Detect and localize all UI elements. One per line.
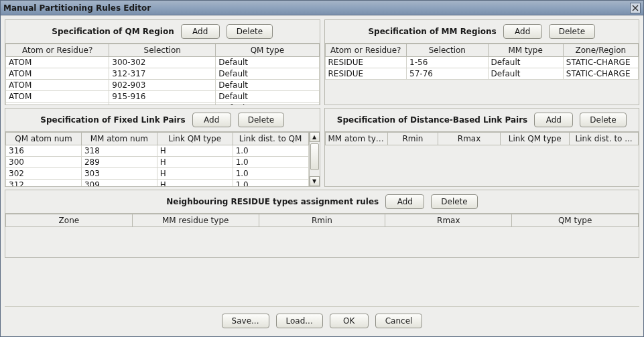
table-row[interactable]: ATOM915-916Default [6,91,320,103]
column-header[interactable]: MM atom type [325,133,388,145]
table-cell[interactable]: ATOM [6,68,109,80]
table-cell[interactable]: 303 [81,168,157,180]
qm-region-add-button[interactable]: Add [181,24,220,39]
table-cell[interactable]: 915-916 [109,91,216,103]
column-header[interactable]: Rmax [438,133,501,145]
table-row[interactable]: 302303H1.0 [6,168,309,180]
table-row[interactable]: 312309H1.0 [6,180,309,187]
column-header[interactable]: Atom or Residue? [6,44,109,57]
table-cell[interactable]: ATOM [6,91,109,103]
table-cell[interactable]: H [157,157,233,168]
table-cell[interactable]: STATIC-CHARGE [563,68,638,80]
table-cell[interactable]: 300-302 [109,57,216,68]
table-cell[interactable]: STATIC-CHARGE [563,57,638,68]
column-header[interactable]: QM type [216,44,319,57]
table-cell[interactable]: 57 [109,103,216,105]
scroll-down-icon[interactable]: ▼ [310,176,320,186]
table-row[interactable]: ATOM902-903Default [6,80,320,91]
table-cell[interactable]: Default [216,91,319,103]
column-header[interactable]: Selection [407,44,489,57]
table-cell[interactable]: H [157,168,233,180]
table-cell[interactable]: Default [216,57,319,68]
scroll-up-icon[interactable]: ▲ [310,132,320,142]
qm-region-delete-button[interactable]: Delete [227,24,273,39]
dist-links-add-button[interactable]: Add [534,113,573,127]
table-row[interactable]: ATOM312-317Default [6,68,320,80]
table-row[interactable]: 300289H1.0 [6,157,309,168]
column-header[interactable]: Link dist. to QM [233,133,308,145]
table-cell[interactable]: 1.0 [233,168,308,180]
column-header[interactable]: Link QM type [501,133,570,145]
panel-fixed-links: Specification of Fixed Link Pairs Add De… [5,108,320,187]
table-cell[interactable]: Default [216,103,319,105]
column-header[interactable]: Link dist. to ... [570,133,639,145]
neighbour-delete-button[interactable]: Delete [431,194,477,209]
table-cell[interactable]: 1.0 [233,180,308,187]
table-cell[interactable]: 902-903 [109,80,216,91]
cancel-button[interactable]: Cancel [375,314,423,328]
table-cell[interactable]: 289 [81,157,157,168]
table-row[interactable]: RESIDUE1-56DefaultSTATIC-CHARGE [325,57,639,68]
column-header[interactable]: MM type [488,44,563,57]
column-header[interactable]: QM atom num [6,133,82,145]
table-cell[interactable]: Default [216,68,319,80]
table-cell[interactable]: 318 [81,145,157,157]
table-row[interactable]: RESIDUE57Default [6,103,320,105]
table-cell[interactable]: RESIDUE [325,68,407,80]
table-row[interactable]: ATOM300-302Default [6,57,320,68]
panel-qm-region: Specification of QM Region Add Delete At… [5,19,320,105]
close-icon[interactable] [630,3,641,13]
fixed-links-add-button[interactable]: Add [192,113,231,127]
column-header[interactable]: MM residue type [132,214,259,227]
ok-button[interactable]: OK [330,314,369,328]
table-cell[interactable]: 57-76 [407,68,489,80]
column-header[interactable]: QM type [512,214,639,227]
table-cell[interactable]: Default [488,68,563,80]
fixed-links-delete-button[interactable]: Delete [238,113,284,127]
table-cell[interactable]: ATOM [6,80,109,91]
table-cell[interactable]: 1.0 [233,145,308,157]
table-cell[interactable]: 302 [6,168,82,180]
panel-mm-regions: Specification of MM Regions Add Delete A… [324,19,640,105]
column-header[interactable]: MM atom num [81,133,157,145]
table-row[interactable]: RESIDUE57-76DefaultSTATIC-CHARGE [325,68,639,80]
table-cell[interactable]: 1.0 [233,157,308,168]
table-cell[interactable]: H [157,180,233,187]
table-cell[interactable]: RESIDUE [6,103,109,105]
table-cell[interactable]: 316 [6,145,82,157]
fixed-links-table[interactable]: QM atom numMM atom numLink QM typeLink d… [5,132,309,186]
neighbour-add-button[interactable]: Add [385,194,424,209]
dist-links-table[interactable]: MM atom typeRminRmaxLink QM typeLink dis… [325,132,639,145]
column-header[interactable]: Selection [109,44,216,57]
column-header[interactable]: Link QM type [157,133,233,145]
table-cell[interactable]: ATOM [6,57,109,68]
column-header[interactable]: Zone/Region [563,44,638,57]
table-cell[interactable]: Default [488,57,563,68]
save-button[interactable]: Save... [222,314,269,328]
dist-links-delete-button[interactable]: Delete [580,113,626,127]
table-cell[interactable]: 312-317 [109,68,216,80]
column-header[interactable]: Zone [6,214,133,227]
table-cell[interactable]: 312 [6,180,82,187]
table-cell[interactable]: 1-56 [407,57,489,68]
table-cell[interactable]: 300 [6,157,82,168]
mm-regions-table[interactable]: Atom or Residue?SelectionMM typeZone/Reg… [325,44,639,80]
fixed-links-scrollbar[interactable]: ▲ ▼ [309,132,320,186]
mm-regions-add-button[interactable]: Add [503,24,542,39]
table-cell[interactable]: 309 [81,180,157,187]
qm-region-table[interactable]: Atom or Residue?SelectionQM type ATOM300… [5,44,320,105]
scroll-thumb[interactable] [310,143,319,170]
titlebar: Manual Partitioning Rules Editor [1,1,643,15]
table-cell[interactable]: H [157,145,233,157]
column-header[interactable]: Rmin [388,133,438,145]
load-button[interactable]: Load... [276,314,323,328]
column-header[interactable]: Atom or Residue? [325,44,407,57]
neighbour-table[interactable]: ZoneMM residue typeRminRmaxQM type [5,214,639,227]
table-cell[interactable]: RESIDUE [325,57,407,68]
table-cell[interactable]: Default [216,80,319,91]
mm-regions-delete-button[interactable]: Delete [549,24,595,39]
column-header[interactable]: Rmin [259,214,385,227]
table-row[interactable]: 316318H1.0 [6,145,309,157]
dialog-footer: Save... Load... OK Cancel [5,306,639,336]
column-header[interactable]: Rmax [385,214,512,227]
